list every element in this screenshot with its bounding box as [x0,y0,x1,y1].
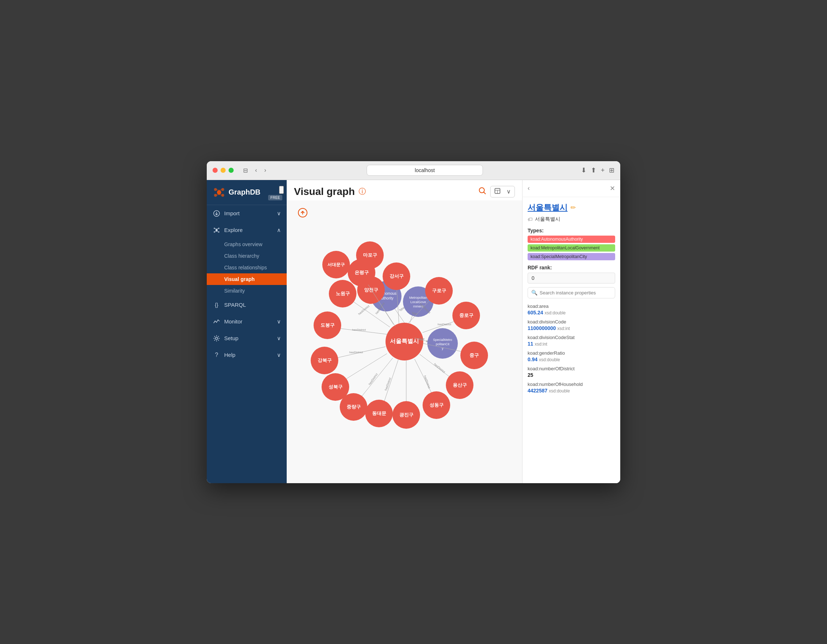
svg-text:동대문: 동대문 [372,411,386,416]
info-icon[interactable]: ⓘ [359,187,366,196]
explore-icon [212,226,220,234]
sidebar-item-monitor[interactable]: Monitor ∨ [207,313,287,330]
right-panel: ‹ ✕ 서울특별시 ✏ 🏷 서울특별시 Types: koad:Autonomo… [522,180,620,483]
page-title-row: Visual graph ⓘ [294,186,366,198]
svg-text:노원구: 노원구 [336,291,350,296]
sidebar-setup-label: Setup [224,335,238,341]
svg-text:성동구: 성동구 [429,402,444,408]
explore-chevron: ∧ [277,227,281,233]
help-chevron: ∨ [277,352,281,358]
node-subtitle-row: 🏷 서울특별시 [527,216,615,222]
rdf-rank-value: 0 [527,273,615,283]
sidebar-item-class-relationships[interactable]: Class relationships [207,262,287,273]
search-instance-properties-input[interactable] [527,287,615,299]
upload-button[interactable] [298,208,308,220]
types-label: Types: [527,228,615,233]
graph-selector-arrow: ∨ [507,188,511,195]
type-badge-special[interactable]: koad:SpecialMetropolitanCity [527,253,615,260]
edit-icon[interactable]: ✏ [571,204,576,212]
svg-text:hasDistrict: hasDistrict [437,323,451,326]
import-chevron: ∨ [277,210,281,217]
help-icon: ? [212,351,220,359]
search-props-icon: 🔍 [531,290,537,296]
back-button[interactable]: ‹ [253,166,259,174]
traffic-lights [212,168,234,173]
node-subtitle: 서울특별시 [535,216,560,222]
sidebar-item-graphs-overview[interactable]: Graphs overview [207,238,287,250]
svg-line-21 [484,192,486,194]
svg-point-0 [217,190,221,194]
panel-collapse-button[interactable]: ‹ [527,184,530,192]
sidebar-monitor-label: Monitor [224,318,242,325]
svg-text:hasDistrict: hasDistrict [349,351,363,354]
svg-point-19 [215,337,218,339]
prop-value-numberofhousehold: 4422587 xsd:double [527,388,615,394]
graph-selector-icon [494,188,501,196]
svg-text:도봉구: 도봉구 [320,322,335,328]
svg-line-65 [359,358,393,400]
node-title-row: 서울특별시 ✏ [527,202,615,213]
fullscreen-button[interactable] [229,168,234,173]
header-actions: ∨ [478,186,515,198]
type-badge-metropolitan[interactable]: koad:MetropolitanLocalGovernment [527,244,615,252]
node-title[interactable]: 서울특별시 [527,202,568,213]
svg-text:강북구: 강북구 [318,358,332,363]
tag-icon: 🏷 [527,216,533,222]
sidebar: GraphDB FREE « Import ∨ [207,180,287,483]
type-badge-autonomous[interactable]: koad:AutonomousAuthority [527,236,615,243]
sidebar-item-similarity[interactable]: Similarity [207,285,287,297]
new-tab-icon[interactable]: + [601,166,605,174]
search-button[interactable] [478,186,487,197]
sidebar-import-label: Import [224,210,240,216]
panel-close-button[interactable]: ✕ [610,184,615,192]
setup-chevron: ∨ [277,335,281,342]
prop-value-numberofdistrict: 25 [527,372,615,378]
sidebar-toggle-button[interactable]: ⊟ [241,166,250,174]
svg-text:서대문구: 서대문구 [328,262,345,267]
svg-point-10 [215,229,218,231]
content-header: Visual graph ⓘ [287,180,522,201]
sidebar-item-help[interactable]: ? Help ∨ [207,347,287,363]
address-bar [273,165,577,176]
svg-text:hasDistrict: hasDistrict [384,377,392,391]
titlebar-controls: ⊟ ‹ › [241,166,268,174]
prop-genderratio: koad:genderRatio 0.94 xsd:double [527,350,615,362]
sparql-icon: {} [212,301,220,309]
svg-text:hasDistrict: hasDistrict [368,372,379,386]
main-layout: GraphDB FREE « Import ∨ [207,180,620,483]
logo-text: GraphDB [229,188,261,196]
sidebar-item-explore[interactable]: Explore ∧ [207,222,287,238]
sidebar-item-sparql[interactable]: {} SPARQL [207,297,287,313]
graph-selector[interactable]: ∨ [490,186,515,198]
sidebar-item-import[interactable]: Import ∨ [207,205,287,222]
sidebar-item-visual-graph[interactable]: Visual graph [207,273,287,285]
svg-text:성북구: 성북구 [328,384,343,389]
svg-line-68 [342,353,387,381]
prop-name-divisioncodestat: koad:divisionCodeStat [527,335,615,340]
minimize-button[interactable] [220,168,226,173]
forward-button[interactable]: › [262,166,268,174]
graph-canvas: 서울특별시 Autonomous Authority Metropolitan … [287,201,522,483]
svg-text:용산구: 용산구 [453,382,467,388]
share-icon[interactable]: ⬆ [591,166,596,174]
grid-icon[interactable]: ⊞ [609,166,615,174]
download-icon[interactable]: ⬇ [581,166,587,174]
close-button[interactable] [212,168,218,173]
prop-divisioncode: koad:divisionCode 1100000000 xsd:int [527,319,615,331]
svg-text:y: y [442,347,444,350]
svg-text:양천구: 양천구 [364,287,378,292]
svg-text:hasDistrict: hasDistrict [433,362,446,374]
svg-text:hasDistrict: hasDistrict [423,375,431,389]
panel-header: ‹ ✕ [523,180,620,197]
sidebar-item-setup[interactable]: Setup ∨ [207,330,287,347]
logo-badge: FREE [268,195,282,201]
sidebar-item-class-hierarchy[interactable]: Class hierarchy [207,250,287,262]
sidebar-sparql-label: SPARQL [224,302,246,308]
titlebar: ⊟ ‹ › ⬇ ⬆ + ⊞ [207,161,620,180]
svg-text:SpecialMetro: SpecialMetro [433,338,453,342]
sidebar-collapse-button[interactable]: « [279,186,284,194]
prop-value-area: 605.24 xsd:double [527,310,615,316]
prop-name-genderratio: koad:genderRatio [527,350,615,356]
content-area: Visual graph ⓘ [287,180,522,483]
url-input[interactable] [367,165,483,176]
